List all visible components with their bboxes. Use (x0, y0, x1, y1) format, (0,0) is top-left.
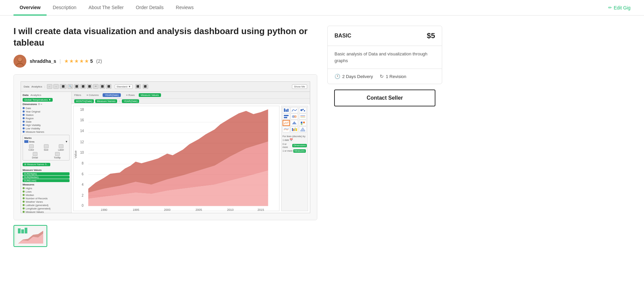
avatar-image (14, 55, 26, 68)
svg-text:12: 12 (80, 140, 84, 144)
tab-reviews[interactable]: Reviews (170, 0, 200, 16)
tableau-sidebar: Data Analytics Global Temperatures ▼ Dim… (21, 92, 72, 213)
svg-text:Value: Value (74, 150, 77, 158)
tableau-chart-main: Filters ≡ Columns YEAR(Date) ≡ Rows Meas… (72, 92, 310, 213)
svg-rect-33 (286, 109, 287, 112)
package-description: Basic analysis of Data and visualization… (328, 46, 442, 69)
thumbnail-1[interactable] (14, 225, 47, 247)
tableau-chart-area: 0 2 4 6 8 10 12 14 16 (72, 104, 310, 213)
svg-text:2010: 2010 (227, 208, 234, 210)
tableau-toolbar: Data Analytics | ← → ⬛ 🔍 ⬛ ⬛ ⬛ ✏ ⬛ (21, 82, 310, 92)
svg-rect-46 (301, 122, 302, 123)
main-chart: 0 2 4 6 8 10 12 14 16 (73, 106, 279, 211)
svg-text:2: 2 (82, 193, 84, 197)
svg-text:2015: 2015 (258, 208, 264, 210)
svg-point-36 (302, 109, 304, 110)
svg-text:14: 14 (80, 129, 84, 133)
area-chart-svg: 0 2 4 6 8 10 12 14 16 (74, 106, 279, 211)
left-column: I will create data visualization and ana… (14, 26, 317, 247)
star-5: ★ (84, 58, 89, 64)
svg-rect-32 (284, 108, 285, 112)
svg-rect-47 (303, 122, 305, 123)
svg-text:4: 4 (82, 182, 84, 186)
package-meta: 🕐 2 Days Delivery ↻ 1 Revision (328, 69, 442, 84)
svg-text:18: 18 (80, 107, 84, 111)
package-header: BASIC $5 (328, 26, 442, 46)
package-price: $5 (427, 31, 435, 40)
right-sidebar: BASIC $5 Basic analysis of Data and visu… (327, 26, 442, 247)
tab-description[interactable]: Description (47, 0, 82, 16)
delivery-meta: 🕐 2 Days Delivery (334, 74, 373, 79)
svg-point-41 (294, 115, 297, 118)
svg-rect-51 (295, 128, 296, 131)
svg-rect-54 (18, 228, 21, 233)
svg-marker-45 (292, 121, 297, 124)
svg-text:16: 16 (80, 118, 84, 122)
nav-tabs: Overview Description About The Seller Or… (14, 0, 200, 15)
svg-text:6: 6 (82, 172, 84, 176)
svg-rect-39 (284, 117, 287, 118)
thumbnail-inner-1 (14, 226, 47, 246)
rating-number: 5 (90, 58, 93, 64)
tab-overview[interactable]: Overview (14, 0, 47, 16)
seller-name[interactable]: shraddha_s (30, 58, 56, 64)
clock-icon: 🕐 (334, 74, 340, 79)
svg-point-35 (300, 109, 302, 111)
seller-info: shraddha_s | ★ ★ ★ ★ ★ 5 (2) (14, 55, 317, 68)
refresh-icon: ↻ (380, 74, 384, 79)
delivery-label: 2 Days Delivery (342, 74, 373, 79)
star-rating: ★ ★ ★ ★ ★ 5 (64, 58, 93, 64)
svg-point-37 (304, 110, 305, 111)
show-me-grid (283, 107, 307, 132)
edit-gig-button[interactable]: ✏ Edit Gig (608, 5, 630, 10)
svg-rect-38 (284, 115, 289, 116)
svg-text:2000: 2000 (164, 208, 170, 210)
svg-rect-49 (292, 128, 293, 131)
svg-text:8: 8 (82, 161, 84, 165)
svg-text:2005: 2005 (195, 208, 202, 210)
seller-avatar[interactable] (14, 55, 26, 68)
svg-rect-52 (296, 128, 297, 131)
svg-text:0: 0 (82, 203, 84, 207)
gig-main-image: Data Analytics | ← → ⬛ 🔍 ⬛ ⬛ ⬛ ✏ ⬛ (14, 75, 317, 220)
pencil-icon: ✏ (608, 5, 612, 10)
package-card: BASIC $5 Basic analysis of Data and visu… (327, 26, 442, 84)
svg-text:1995: 1995 (133, 208, 139, 210)
gig-image-container: Data Analytics | ← → ⬛ 🔍 ⬛ ⬛ ⬛ ✏ ⬛ (14, 74, 317, 220)
review-count: (2) (96, 58, 102, 64)
svg-text:10: 10 (80, 150, 84, 154)
package-name: BASIC (334, 33, 351, 39)
svg-rect-48 (301, 123, 302, 125)
divider: | (60, 58, 61, 64)
star-1: ★ (64, 58, 69, 64)
svg-rect-55 (21, 229, 24, 233)
thumbnail-strip (14, 225, 317, 247)
svg-text:1990: 1990 (101, 208, 107, 210)
tab-about-seller[interactable]: About The Seller (82, 0, 130, 16)
star-3: ★ (74, 58, 79, 64)
navigation-bar: Overview Description About The Seller Or… (0, 0, 644, 16)
tableau-body: Data Analytics Global Temperatures ▼ Dim… (21, 92, 310, 213)
main-content: I will create data visualization and ana… (0, 16, 644, 257)
revision-meta: ↻ 1 Revision (380, 74, 406, 79)
thumbnail-chart (16, 227, 45, 245)
show-me-panel: For lines (discrete) try 1 date 📅 0 or m… (281, 106, 308, 211)
svg-rect-50 (293, 129, 294, 131)
svg-rect-34 (287, 109, 289, 112)
tab-order-details[interactable]: Order Details (130, 0, 169, 16)
contact-seller-button[interactable]: Contact Seller (334, 90, 435, 106)
tableau-filters: Filters ≡ Columns YEAR(Date) ≡ Rows Meas… (72, 92, 310, 99)
svg-point-3 (18, 57, 22, 61)
revision-label: 1 Revision (386, 74, 406, 79)
svg-rect-56 (25, 228, 27, 233)
star-4: ★ (79, 58, 84, 64)
tableau-screenshot: Data Analytics | ← → ⬛ 🔍 ⬛ ⬛ ⬛ ✏ ⬛ (21, 81, 310, 213)
gig-title: I will create data visualization and ana… (14, 26, 317, 49)
star-2: ★ (69, 58, 74, 64)
